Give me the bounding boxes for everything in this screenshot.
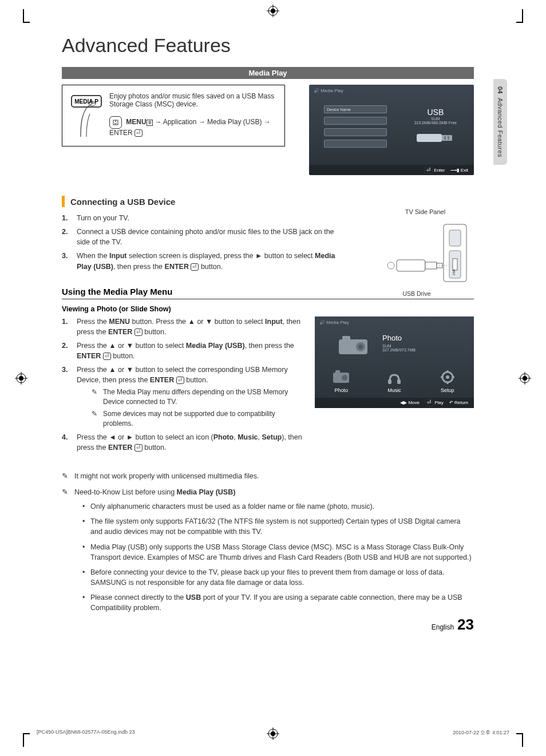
svg-rect-39 [342,336,350,341]
svg-rect-24 [444,136,446,140]
svg-point-33 [387,262,394,269]
hand-note-icon: ✎ [62,487,71,498]
move-hint: ◀▶ Move [400,400,420,405]
usb-label: USB [414,108,457,117]
svg-point-46 [446,375,449,379]
svg-point-41 [342,375,347,381]
svg-rect-27 [449,230,461,246]
connecting-heading: Connecting a USB Device [70,197,175,207]
section-bar: Media Play [62,67,474,79]
connect-steps: 1.Turn on your TV. 2.Connect a USB devic… [62,213,348,272]
intro-paragraph: Enjoy photos and/or music files saved on… [109,92,278,108]
svg-rect-42 [335,370,340,374]
device-row [324,140,387,148]
svg-rect-43 [388,379,391,384]
svg-point-38 [358,345,363,349]
section-marker-icon [62,196,65,207]
device-row [324,117,387,125]
list-item: Media Play (USB) only supports the USB M… [82,542,474,563]
menu-icon [109,116,122,129]
list-item: When the Input selection screen is displ… [77,251,348,271]
enter-symbol-icon: ⏎ [134,129,143,137]
device-row [324,128,387,136]
page-footer: English 23 [432,616,474,634]
viewing-photo-heading: Viewing a Photo (or Slide Show) [62,305,474,313]
tile-setup: Setup [438,369,457,393]
camera-icon [337,334,371,357]
list-item: Press the ▲ or ▼ button to select Media … [77,341,302,361]
svg-rect-44 [397,379,401,384]
device-row: Device Name [324,105,387,113]
chapter-number: 04 [497,86,504,94]
list-item: Connect a USB device containing photo an… [77,227,348,247]
list-item: Turn on your TV. [77,213,348,223]
tile-music: Music [385,369,403,393]
list-item: Only alphanumeric characters must be use… [82,501,474,512]
svg-text:MEDIA.P: MEDIA.P [74,98,98,105]
enter-hint: ⏎ Enter [425,167,445,174]
list-item: Press the MENU button. Press the ▲ or ▼ … [77,316,302,337]
remote-button-illustration: MEDIA.P [69,92,104,138]
list-item: Press the ▲ or ▼ button to select the co… [77,365,302,428]
svg-rect-31 [397,260,425,271]
intro-box: MEDIA.P Enjoy photos and/or music files … [62,85,285,147]
list-item: Press the ◄ or ► button to select an ico… [77,432,302,453]
chapter-name: Advanced Features [497,98,504,157]
tv-side-panel-illustration: TV Side Panel USB USB Drive [377,208,474,297]
document-footer: [PC450-USA]BN68-02577A-05Eng.indb 23 201… [37,729,509,737]
list-item: Before connecting your device to the TV,… [82,567,474,588]
hand-note-icon: ✎ [62,471,71,482]
menu-path: MENUⅢ → Application → Media Play (USB) →… [109,116,278,137]
screen-media-play-menu: 🔊 Media Play Photo SUM327.2MB/973.7MB Ph… [315,316,474,408]
play-hint: ⏎ Play [425,399,444,406]
svg-text:USB: USB [452,269,456,275]
usb-stick-icon [417,129,457,147]
svg-rect-32 [425,262,437,269]
menu-symbol-icon: Ⅲ [147,120,153,126]
tile-photo: Photo [332,369,350,393]
using-steps: 1.Press the MENU button. Press the ▲ or … [62,316,302,453]
svg-rect-25 [448,136,449,140]
list-item: The file system only supports FAT16/32 (… [82,516,474,537]
hand-note-icon: ✎ [92,387,100,407]
side-tab: 04Advanced Features [493,79,507,165]
svg-rect-23 [442,135,452,141]
return-hint: ↶ Return [449,400,468,405]
exit-hint: ⟶▮ Exit [450,168,468,173]
note-text: Need-to-Know List before using Media Pla… [74,487,235,498]
screen-media-play-devices: 🔊 Media Play Device Name USB SUM 315.0MB… [309,85,474,175]
svg-point-20 [115,121,116,122]
svg-rect-22 [417,134,442,142]
svg-rect-29 [453,259,457,270]
page-title: Advanced Features [62,34,474,57]
divider [62,299,474,299]
list-item: Please connect directly to the USB port … [82,592,474,613]
hand-note-icon: ✎ [92,409,100,429]
need-to-know-list: Only alphanumeric characters must be use… [82,501,474,613]
note-text: It might not work properly with unlicens… [74,471,259,482]
